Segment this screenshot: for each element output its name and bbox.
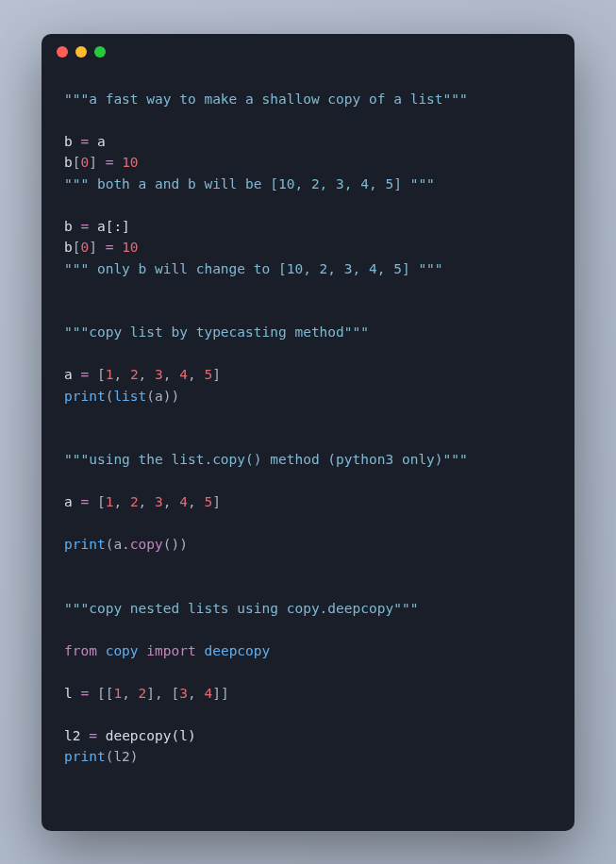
code-punc: ]] [212,686,228,701]
code-var: deepcopy(l) [97,728,196,743]
code-var: a [64,367,80,382]
code-number: 10 [122,240,138,255]
code-var: a [64,494,80,509]
code-punc: , [113,494,129,509]
code-window: """a fast way to make a shallow copy of … [42,34,574,831]
code-number: 3 [179,686,188,701]
code-keyword: import [146,643,195,658]
docstring: """ only b will change to [10, 2, 3, 4, … [64,261,443,276]
code-punc: ] [89,240,105,255]
code-op: = [80,134,89,149]
code-number: 4 [179,367,188,382]
code-number: 5 [204,494,212,509]
code-punc: , [188,494,204,509]
code-keyword: from [64,643,97,658]
code-func: print [64,537,106,552]
code-punc: , [122,686,138,701]
code-func: list [113,389,146,404]
code-text [113,155,122,170]
code-text [139,643,147,658]
docstring: """a fast way to make a shallow copy of … [64,91,468,107]
docstring: """copy nested lists using copy.deepcopy… [64,601,418,616]
code-punc: ] [212,367,221,382]
code-punc: , [163,494,179,509]
code-punc: (a)) [146,389,179,404]
docstring: """ both a and b will be [10, 2, 3, 4, 5… [64,176,435,191]
maximize-icon[interactable] [94,46,106,58]
code-number: 5 [204,367,212,382]
code-number: 3 [155,367,163,382]
code-punc: (l2) [106,749,139,764]
code-var: b [64,155,73,170]
code-punc: , [139,367,155,382]
code-number: 0 [80,240,89,255]
code-number: 4 [204,686,212,701]
code-number: 10 [122,155,138,170]
code-punc: , [163,367,179,382]
code-op: = [89,728,97,743]
code-punc: ] [89,155,105,170]
code-text [113,240,122,255]
code-func: print [64,389,106,404]
code-op: = [80,686,89,701]
close-icon[interactable] [57,46,68,58]
code-op: = [80,219,89,234]
docstring: """using the list.copy() method (python3… [64,452,468,467]
code-func: print [64,749,106,764]
code-number: 2 [130,367,139,382]
code-var: l [64,686,80,701]
code-var: b [64,134,80,149]
code-punc: , [113,367,129,382]
code-var: a [89,134,105,149]
code-op: = [80,494,89,509]
code-punc: ] [212,494,221,509]
minimize-icon[interactable] [75,46,87,58]
docstring: """copy list by typecasting method""" [64,324,369,340]
code-punc: (a. [106,537,130,552]
code-number: 3 [155,494,163,509]
code-punc: , [188,367,204,382]
code-module: copy [106,643,139,658]
code-number: 4 [179,494,188,509]
code-content: """a fast way to make a shallow copy of … [42,70,574,787]
code-punc: ], [ [146,686,179,701]
window-titlebar [42,34,574,70]
code-punc: ()) [163,537,188,552]
code-number: 2 [130,494,139,509]
code-var: b [64,240,73,255]
code-punc: , [139,494,155,509]
code-punc: [[ [89,686,113,701]
code-op: = [80,367,89,382]
code-var: b [64,219,80,234]
code-punc: [ [89,367,105,382]
code-var: l2 [64,728,89,743]
code-punc: [ [89,494,105,509]
code-method: copy [130,537,163,552]
code-number: 1 [113,686,122,701]
code-var: a[:] [89,219,130,234]
code-punc: , [188,686,204,701]
code-number: 0 [80,155,89,170]
code-module: deepcopy [204,643,270,658]
code-text [97,643,106,658]
